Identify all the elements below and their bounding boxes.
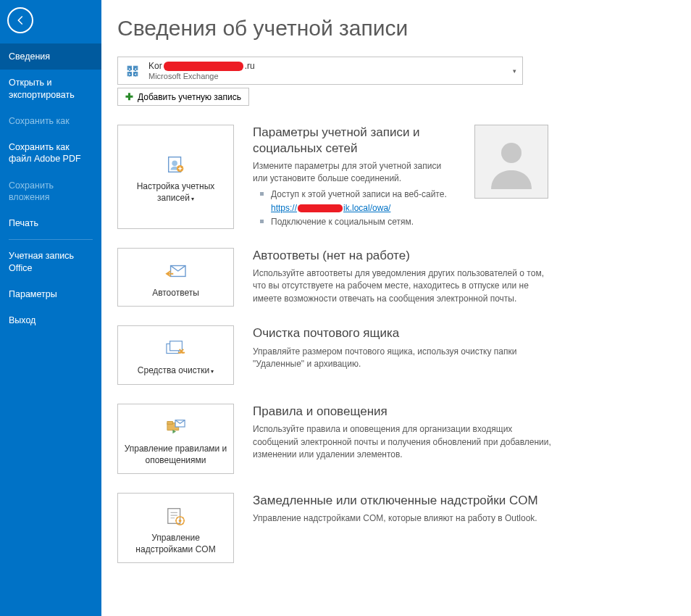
nav-options[interactable]: Параметры <box>0 281 101 307</box>
exchange-icon <box>124 62 141 80</box>
account-settings-button[interactable]: Настройка учетных записей▾ <box>117 125 234 228</box>
cleanup-button[interactable]: Средства очистки▾ <box>117 325 234 385</box>
cleanup-title: Очистка почтового ящика <box>253 325 557 341</box>
addins-icon <box>165 504 187 528</box>
settings-desc: Измените параметры для этой учетной запи… <box>253 160 448 186</box>
rules-desc: Используйте правила и оповещения для орг… <box>253 423 557 461</box>
person-placeholder-icon <box>482 133 540 191</box>
nav-office-account[interactable]: Учетная запись Office <box>0 243 101 281</box>
addins-title: Замедленные или отключенные надстройки C… <box>253 493 557 508</box>
svg-point-1 <box>172 161 177 167</box>
rules-title: Правила и оповещения <box>253 404 557 419</box>
add-account-button[interactable]: ✚ Добавить учетную запись <box>117 88 249 106</box>
settings-title: Параметры учетной записи и социальных се… <box>253 125 448 156</box>
settings-link-row: https://ik.local/owa/ <box>253 202 448 215</box>
account-text: Kor.ru Microsoft Exchange <box>148 61 255 80</box>
svg-rect-11 <box>167 509 180 524</box>
profile-avatar[interactable] <box>474 125 548 199</box>
arrow-left-icon <box>14 14 27 27</box>
nav-separator <box>9 239 93 240</box>
bullet-icon <box>260 192 264 196</box>
account-selector[interactable]: Kor.ru Microsoft Exchange ▾ <box>117 57 523 85</box>
main-content: Сведения об учетной записи Kor.ru Micros… <box>101 0 691 616</box>
autoreply-desc: Используйте автоответы для уведомления д… <box>253 267 557 305</box>
rules-button[interactable]: Управление правилами и оповещениями <box>117 404 234 474</box>
nav-save-adobe-pdf[interactable]: Сохранить как файл Adobe PDF <box>0 134 101 172</box>
bullet-icon <box>260 220 264 223</box>
back-button[interactable] <box>7 7 33 33</box>
svg-point-13 <box>178 520 181 523</box>
nav-print[interactable]: Печать <box>0 210 101 236</box>
dropdown-caret-icon: ▾ <box>513 67 516 75</box>
nav-open-export[interactable]: Открыть и экспортировать <box>0 70 101 108</box>
nav-exit[interactable]: Выход <box>0 307 101 333</box>
addins-desc: Управление надстройками COM, которые вли… <box>253 512 557 525</box>
autoreply-icon <box>165 259 187 283</box>
nav-save-attachments: Сохранить вложения <box>0 172 101 211</box>
cleanup-desc: Управляйте размером почтового ящика, исп… <box>253 346 557 371</box>
add-account-label: Добавить учетную запись <box>138 92 241 102</box>
svg-point-4 <box>501 143 522 163</box>
nav-info[interactable]: Сведения <box>0 43 101 70</box>
section-account-settings: Настройка учетных записей▾ Параметры уче… <box>117 125 672 228</box>
account-email: Kor.ru <box>148 61 255 71</box>
backstage-sidebar: Сведения Открыть и экспортировать Сохран… <box>0 0 101 616</box>
settings-bullet-web: Доступ к этой учетной записи на веб-сайт… <box>253 188 448 201</box>
section-addins: Управление надстройками COM Замедленные … <box>117 493 672 563</box>
section-autoreply: Автоответы Автоответы (нет на работе) Ис… <box>117 248 672 307</box>
autoreply-title: Автоответы (нет на работе) <box>253 248 557 263</box>
page-title: Сведения об учетной записи <box>117 16 672 41</box>
owa-link[interactable]: https://ik.local/owa/ <box>271 202 390 215</box>
settings-bullet-social: Подключение к социальным сетям. <box>253 216 448 228</box>
svg-rect-9 <box>167 422 172 425</box>
addins-button[interactable]: Управление надстройками COM <box>117 493 234 563</box>
svg-rect-8 <box>177 352 184 354</box>
svg-point-3 <box>179 168 181 170</box>
plus-icon: ✚ <box>125 91 133 102</box>
account-type: Microsoft Exchange <box>148 72 255 80</box>
rules-icon <box>164 415 188 439</box>
section-rules: Управление правилами и оповещениями Прав… <box>117 404 672 474</box>
cleanup-icon <box>164 336 188 361</box>
redacted-email <box>164 62 243 71</box>
nav-save-as: Сохранить как <box>0 108 101 134</box>
section-cleanup: Средства очистки▾ Очистка почтового ящик… <box>117 325 672 385</box>
account-settings-icon <box>165 152 187 177</box>
autoreply-button[interactable]: Автоответы <box>117 248 234 307</box>
redacted-host <box>298 204 343 212</box>
